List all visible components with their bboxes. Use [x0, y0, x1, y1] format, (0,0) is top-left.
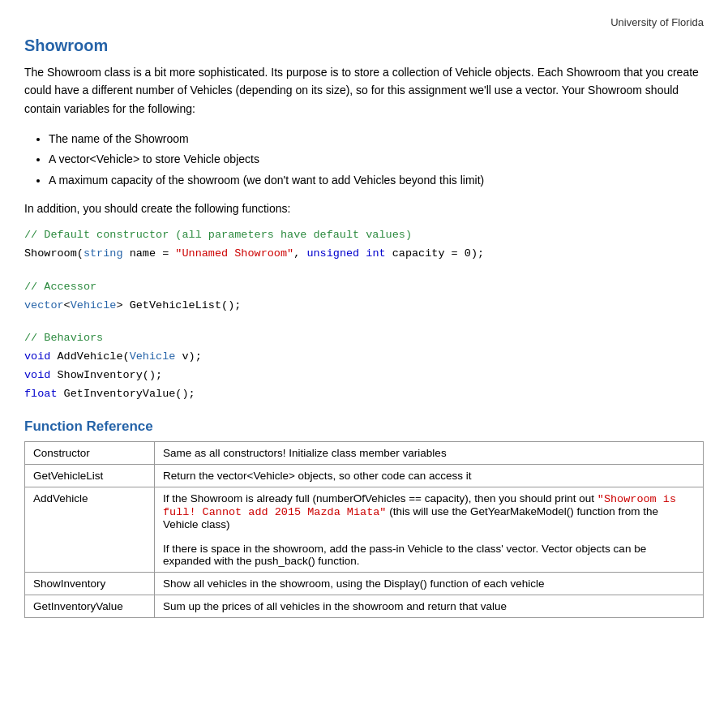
bullet-item-2: A vector<Vehicle> to store Vehicle objec…: [49, 149, 704, 170]
comment-constructor: // Default constructor (all parameters h…: [24, 229, 412, 241]
table-cell-constructor-name: Constructor: [25, 442, 155, 465]
inline-code-full-message: "Showroom is full! Cannot add 2015 Mazda…: [163, 493, 676, 518]
code-getvehiclelist: vector<Vehicle> GetVehicleList();: [24, 299, 241, 311]
bullet-item-1: The name of the Showroom: [49, 129, 704, 149]
comment-behaviors: // Behaviors: [24, 332, 103, 344]
code-addvehicle: void AddVehicle(Vehicle v);: [24, 350, 202, 363]
code-getinventoryvalue: float GetInventoryValue();: [24, 388, 195, 400]
table-cell-constructor-desc: Same as all constructors! Initialize cla…: [155, 442, 704, 465]
table-row-getinventoryvalue: GetInventoryValue Sum up the prices of a…: [25, 595, 704, 618]
ref-title: Function Reference: [24, 419, 704, 435]
functions-intro: In addition, you should create the follo…: [24, 202, 704, 215]
table-cell-getvehiclelist-name: GetVehicleList: [25, 465, 155, 487]
code-showroom-func: Showroom(string name = "Unnamed Showroom…: [24, 247, 484, 260]
table-cell-getinventoryvalue-name: GetInventoryValue: [25, 595, 155, 618]
university-label: University of Florida: [610, 16, 704, 28]
table-cell-addvehicle-name: AddVehicle: [25, 487, 155, 573]
table-cell-addvehicle-desc: If the Showroom is already full (numberO…: [155, 487, 704, 573]
code-block-behaviors: // Behaviors void AddVehicle(Vehicle v);…: [24, 329, 704, 404]
table-cell-showinventory-desc: Show all vehicles in the showroom, using…: [155, 573, 704, 595]
header-bar: University of Florida: [24, 16, 704, 28]
code-showinventory: void ShowInventory();: [24, 369, 162, 381]
code-block-constructor: // Default constructor (all parameters h…: [24, 226, 704, 264]
table-row-constructor: Constructor Same as all constructors! In…: [25, 442, 704, 465]
table-row-getvehiclelist: GetVehicleList Return the vector<Vehicle…: [25, 465, 704, 487]
bullet-list: The name of the Showroom A vector<Vehicl…: [49, 129, 704, 191]
comment-accessor: // Accessor: [24, 281, 96, 293]
table-cell-showinventory-name: ShowInventory: [25, 573, 155, 595]
table-row-addvehicle: AddVehicle If the Showroom is already fu…: [25, 487, 704, 573]
section-description: The Showroom class is a bit more sophist…: [24, 63, 704, 118]
reference-table: Constructor Same as all constructors! In…: [24, 441, 704, 618]
code-block-accessor: // Accessor vector<Vehicle> GetVehicleLi…: [24, 278, 704, 316]
table-cell-getinventoryvalue-desc: Sum up the prices of all vehicles in the…: [155, 595, 704, 618]
bullet-item-3: A maximum capacity of the showroom (we d…: [49, 170, 704, 191]
table-row-showinventory: ShowInventory Show all vehicles in the s…: [25, 573, 704, 595]
table-cell-getvehiclelist-desc: Return the vector<Vehicle> objects, so o…: [155, 465, 704, 487]
section-title: Showroom: [24, 36, 704, 55]
